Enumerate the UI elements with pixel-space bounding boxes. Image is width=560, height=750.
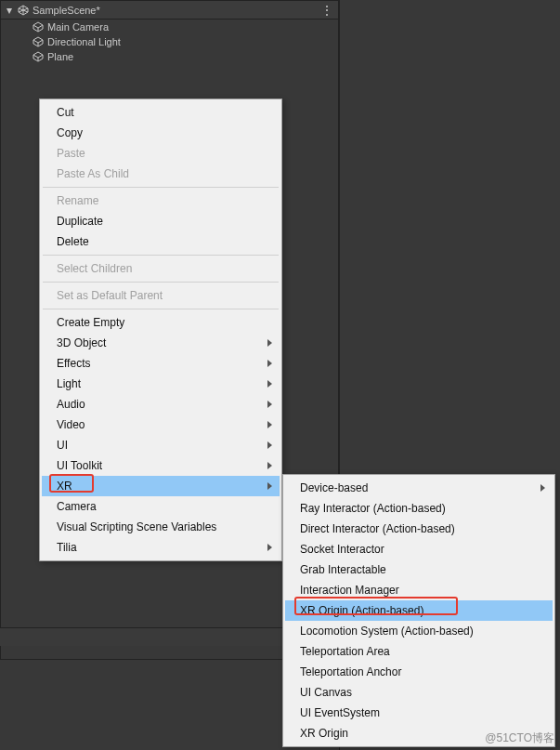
hierarchy-header[interactable]: ▾ SampleScene* ⋮ [1,1,338,20]
menu-item-label: Visual Scripting Scene Variables [57,520,216,533]
menu-item[interactable]: UI Toolkit [42,455,280,476]
menu-item-label: UI Toolkit [57,459,102,472]
menu-item-label: Paste [57,147,85,160]
menu-item[interactable]: Tilia [42,537,280,558]
menu-item[interactable]: Socket Interactor [285,539,553,559]
menu-item-label: Camera [57,500,97,513]
hierarchy-item-label: Directional Light [47,36,121,47]
menu-item: Set as Default Parent [42,285,280,306]
menu-item-label: Teleportation Anchor [300,665,401,678]
gameobject-cube-icon [33,51,44,62]
menu-item-label: Audio [57,398,85,411]
menu-item-label: Light [57,377,81,390]
menu-separator [43,255,279,256]
menu-item[interactable]: Teleportation Area [285,641,553,662]
menu-item[interactable]: Direct Interactor (Action-based) [285,519,553,539]
menu-item[interactable]: XR Origin (Action-based) [285,600,553,621]
menu-item[interactable]: Locomotion System (Action-based) [285,621,553,641]
scene-title[interactable]: SampleScene* [33,5,320,16]
menu-item[interactable]: XR [42,476,280,496]
context-submenu-xr[interactable]: Device-basedRay Interactor (Action-based… [282,474,555,747]
menu-item[interactable]: UI EventSystem [285,703,553,723]
hierarchy-item-label: Plane [47,51,73,62]
menu-item[interactable]: UI Canvas [285,682,553,703]
menu-item-label: Video [57,418,85,431]
menu-item-label: Locomotion System (Action-based) [300,625,474,638]
gameobject-cube-icon [33,36,44,47]
menu-item-label: XR Origin [300,727,348,740]
unity-logo-icon [18,5,29,16]
gameobject-cube-icon [33,21,44,33]
menu-item[interactable]: Duplicate [42,211,280,231]
menu-item[interactable]: Camera [42,496,280,517]
menu-item-label: Direct Interactor (Action-based) [300,522,455,535]
menu-item-label: Teleportation Area [300,645,390,658]
menu-item[interactable]: Copy [42,123,280,143]
menu-item: Select Children [42,258,280,279]
menu-item-label: Duplicate [57,215,103,228]
menu-item[interactable]: Light [42,374,280,394]
svg-marker-4 [33,22,43,28]
menu-item-label: UI Canvas [300,686,352,699]
menu-item-label: Tilia [57,541,77,554]
menu-item[interactable]: Interaction Manager [285,580,553,600]
menu-item-label: Grab Interactable [300,563,386,576]
menu-item[interactable]: 3D Object [42,333,280,353]
menu-item: Paste As Child [42,164,280,184]
menu-item[interactable]: Effects [42,353,280,374]
menu-item-label: Effects [57,357,90,370]
menu-item[interactable]: Teleportation Anchor [285,662,553,682]
menu-separator [43,187,279,188]
menu-item-label: XR [57,480,72,493]
menu-item: Paste [42,143,280,164]
hierarchy-item[interactable]: Main Camera [1,20,338,34]
hierarchy-item-label: Main Camera [47,21,109,33]
menu-item[interactable]: Cut [42,102,280,123]
menu-item-label: Socket Interactor [300,543,384,556]
context-menu-hierarchy[interactable]: CutCopyPastePaste As ChildRenameDuplicat… [39,99,282,561]
menu-item[interactable]: UI [42,435,280,455]
foldout-icon[interactable]: ▾ [5,4,14,17]
menu-item-label: Interaction Manager [300,584,399,597]
menu-item-label: 3D Object [57,336,106,349]
menu-item[interactable]: Video [42,414,280,435]
menu-item-label: Paste As Child [57,167,129,180]
menu-item[interactable]: Ray Interactor (Action-based) [285,498,553,519]
kebab-menu-icon[interactable]: ⋮ [320,3,334,18]
menu-item-label: UI EventSystem [300,706,380,719]
menu-item-label: XR Origin (Action-based) [300,604,423,617]
hierarchy-item[interactable]: Plane [1,49,338,64]
svg-marker-8 [33,52,43,58]
menu-separator [43,309,279,309]
menu-item-label: Set as Default Parent [57,289,163,302]
menu-item: Rename [42,191,280,211]
menu-item-label: Select Children [57,262,132,275]
hierarchy-item[interactable]: Directional Light [1,34,338,49]
menu-item[interactable]: Audio [42,394,280,414]
menu-item-label: Rename [57,194,98,207]
hierarchy-list: Main CameraDirectional LightPlane [1,20,338,64]
menu-item-label: UI [57,439,68,452]
menu-item-label: Cut [57,106,74,119]
menu-item-label: Ray Interactor (Action-based) [300,502,446,515]
watermark: @51CTO博客 [485,730,554,746]
menu-item[interactable]: Grab Interactable [285,559,553,580]
menu-item[interactable]: Device-based [285,478,553,498]
menu-item-label: Create Empty [57,316,124,329]
menu-item-label: Device-based [300,481,368,494]
menu-item-label: Copy [57,126,83,139]
menu-item-label: Delete [57,235,89,248]
menu-item[interactable]: Visual Scripting Scene Variables [42,517,280,537]
menu-item[interactable]: Create Empty [42,312,280,333]
menu-item[interactable]: Delete [42,231,280,252]
svg-marker-6 [33,37,43,43]
menu-separator [43,282,279,283]
